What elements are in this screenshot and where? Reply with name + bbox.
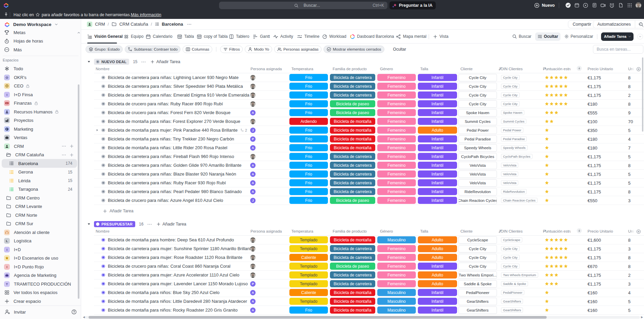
col-familia[interactable]: Familia de producto <box>333 229 367 233</box>
col-persona-asignada[interactable]: Persona asignada <box>251 67 282 71</box>
sidebar-item-recursos-humanos[interactable]: Recursos Humanos <box>0 107 81 116</box>
temperatura-pill[interactable]: Templado <box>289 280 328 287</box>
talla-pill[interactable]: Infantil <box>418 109 457 116</box>
unidades-cell[interactable]: 8 <box>628 163 630 168</box>
cliente-cell[interactable]: Summit Cycles <box>458 118 497 125</box>
join-clientes-cell[interactable]: VeloVista <box>501 180 518 185</box>
precio-cell[interactable]: €160 <box>588 299 597 304</box>
sidebar-item-l-rida[interactable]: Lérida15 <box>0 176 81 185</box>
assignee-avatar[interactable] <box>250 154 256 159</box>
task-name[interactable]: Bicicleta de carretera para mujer: Azure… <box>108 272 239 277</box>
tab-gantt[interactable]: Gantt <box>253 30 270 43</box>
cliente-cell[interactable]: PedalPioneer <box>458 289 497 296</box>
sort-indicator[interactable] <box>577 66 582 71</box>
ellipsis-icon[interactable] <box>62 153 66 157</box>
familia-pill[interactable]: Bicicleta de carretera <box>330 91 375 99</box>
subtask-count[interactable]: 2 <box>240 128 247 132</box>
automations-button[interactable]: Automatizaciones <box>593 20 644 28</box>
cliente-cell[interactable]: Cycle City <box>458 254 497 261</box>
unidades-cell[interactable]: 7 <box>628 145 630 151</box>
temperatura-pill[interactable]: Templado <box>289 298 328 305</box>
task-row[interactable]: Bicicleta de carretera para niñas: Light… <box>81 73 644 82</box>
precio-cell[interactable]: €1,175 <box>588 75 601 80</box>
puntuacion-stars[interactable] <box>545 264 568 268</box>
cliente-cell[interactable]: CycloPath Bicycles <box>458 153 497 160</box>
filter-modo-yo[interactable]: Modo Yo <box>245 46 272 53</box>
talla-pill[interactable]: Adulto <box>418 127 457 134</box>
genero-pill[interactable]: Masculino <box>377 289 416 296</box>
talla-pill[interactable]: Infantil <box>418 100 457 107</box>
temperatura-pill[interactable]: Frio <box>289 197 328 204</box>
talla-pill[interactable]: Infantil <box>418 83 457 90</box>
sidebar-item-atenci-n-al-cliente[interactable]: Atención al cliente <box>0 228 81 237</box>
talla-pill[interactable]: Infantil <box>418 179 457 186</box>
precio-cell[interactable]: €1,175 <box>588 154 601 159</box>
col-unidades[interactable]: Uni <box>628 67 634 71</box>
task-status-icon[interactable] <box>101 238 105 242</box>
puntuacion-stars[interactable] <box>545 128 549 132</box>
familia-pill[interactable]: Bicicleta de montaña <box>330 118 375 125</box>
puntuacion-stars[interactable] <box>545 163 549 167</box>
talla-pill[interactable]: Infantil <box>418 197 457 204</box>
col-persona-asignada[interactable]: Persona asignada <box>251 229 282 233</box>
temperatura-pill[interactable]: Frio <box>289 74 328 81</box>
task-row[interactable]: Bicicleta de crucero para niñas: Azure A… <box>81 196 644 205</box>
genero-pill[interactable]: Femenino <box>377 144 416 151</box>
join-clientes-cell[interactable]: VeloVista <box>501 163 518 168</box>
temperatura-pill[interactable]: Templado <box>289 271 328 278</box>
temperatura-pill[interactable]: Frio <box>289 144 328 151</box>
task-name[interactable]: Bicicleta de crucero para niñas: Coral C… <box>108 264 231 269</box>
task-status-icon[interactable] <box>101 255 105 260</box>
cliente-cell[interactable]: Cycle City <box>458 91 497 99</box>
precio-cell[interactable]: €670 <box>588 264 597 269</box>
expand-row-icon[interactable] <box>96 129 99 132</box>
tab-copy-of-tabla[interactable]: copy of Tabla <box>197 30 228 43</box>
puntuacion-stars[interactable] <box>545 181 549 185</box>
puntuacion-stars[interactable] <box>545 93 568 97</box>
talla-pill[interactable]: Infantil <box>418 188 457 195</box>
col-familia[interactable]: Familia de producto <box>333 67 367 71</box>
precio-cell[interactable]: €1,175 <box>588 84 601 89</box>
task-search-input[interactable]: Busca en tareas... <box>593 45 643 54</box>
temperatura-pill[interactable]: Templado <box>289 245 328 252</box>
task-name[interactable]: Bicicleta de carretera para niñas: Pearl… <box>108 189 242 194</box>
puntuacion-stars[interactable] <box>545 299 549 303</box>
genero-pill[interactable]: Femenino <box>377 135 416 142</box>
join-clientes-cell[interactable]: Cycle City <box>501 75 520 80</box>
task-name[interactable]: Bicicleta de montaña para niños: Blue Sk… <box>108 290 219 295</box>
puntuacion-stars[interactable] <box>545 110 558 115</box>
col-nombre[interactable]: Nombre <box>96 229 110 233</box>
temperatura-pill[interactable]: Ardiendo <box>289 118 328 125</box>
tab-tablero[interactable]: Tablero <box>229 30 249 43</box>
breadcrumb-item-current[interactable]: Barcelona <box>162 22 183 27</box>
cliente-cell[interactable]: VeloVista <box>458 170 497 178</box>
hscroll-right-arrow[interactable]: ▶ <box>641 316 643 319</box>
filter-grupo-estado[interactable]: Grupo: Estado <box>86 46 123 53</box>
task-name[interactable]: Bicicleta de montaña para hombre: Deep S… <box>108 237 234 242</box>
sidebar-item-metas[interactable]: Metas <box>0 28 81 37</box>
precio-cell[interactable]: €550 <box>588 198 597 203</box>
assignee-avatar[interactable]: A <box>250 171 256 177</box>
cliente-cell[interactable]: RideRevolution <box>458 188 497 195</box>
temperatura-pill[interactable]: Templado <box>289 263 328 270</box>
join-clientes-cell[interactable]: Cycle City <box>501 246 520 251</box>
task-row[interactable]: Bicicleta de carretera para mujer: Laven… <box>81 280 644 288</box>
join-clientes-cell[interactable]: VeloVista <box>501 171 518 177</box>
unidades-cell[interactable]: 8 <box>628 238 630 243</box>
join-clientes-cell[interactable]: Cycle City <box>501 92 520 98</box>
task-row[interactable]: Bicicleta de montaña para niños: Rocky R… <box>81 306 644 315</box>
col-cliente[interactable]: Cliente <box>460 67 473 71</box>
puntuacion-stars[interactable] <box>545 75 568 80</box>
task-row[interactable]: Bicicleta de montaña para niñas: Tiny Tr… <box>81 135 644 143</box>
task-status-icon[interactable] <box>101 119 105 124</box>
task-status-icon[interactable] <box>101 93 105 97</box>
task-row[interactable]: Bicicleta de carretera para mujer: Rose … <box>81 253 644 262</box>
assignee-avatar[interactable]: A <box>250 290 256 295</box>
genero-pill[interactable]: Femenino <box>377 91 416 99</box>
sidebar-item-crm-catalu-a[interactable]: CRM Cataluña <box>0 151 81 159</box>
assignee-avatar[interactable]: A <box>250 145 256 151</box>
task-row[interactable]: Bicicleta de montaña para hombre: Deep S… <box>81 236 644 244</box>
genero-pill[interactable]: Masculino <box>377 236 416 243</box>
add-view-button[interactable]: Vista <box>433 30 448 43</box>
add-icon[interactable] <box>70 144 74 148</box>
